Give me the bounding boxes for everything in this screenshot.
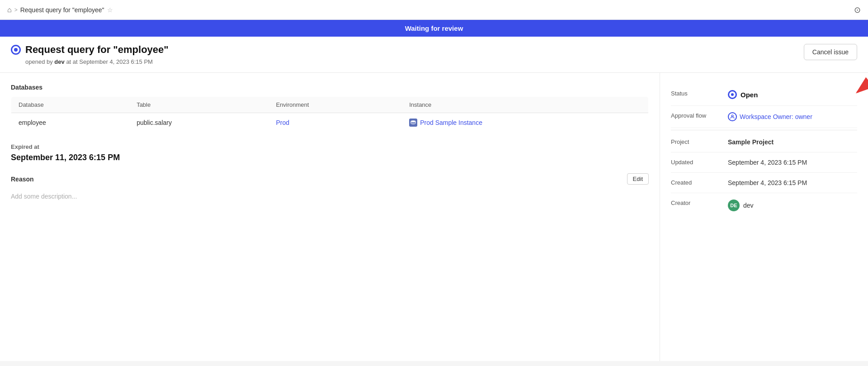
page-title-row: Request query for "employee" <box>11 44 169 56</box>
database-icon <box>409 119 417 127</box>
red-arrow-icon <box>844 72 868 99</box>
status-row: Status Open <box>671 84 857 106</box>
cell-instance: Prod Sample Instance <box>402 113 648 133</box>
approval-label: Approval flow <box>671 112 721 119</box>
avatar: DE <box>728 200 740 211</box>
status-text: Open <box>741 91 758 99</box>
cancel-issue-button[interactable]: Cancel issue <box>804 44 857 60</box>
col-table: Table <box>129 97 269 113</box>
updated-label: Updated <box>671 159 721 166</box>
subtitle-user: dev <box>54 58 64 65</box>
expired-section: Expired at September 11, 2023 6:15 PM <box>11 143 649 162</box>
databases-section-title: Databases <box>11 84 649 91</box>
main-content: Databases Database Table Environment Ins… <box>0 73 868 361</box>
expired-label: Expired at <box>11 143 649 150</box>
instance-link[interactable]: Prod Sample Instance <box>409 119 641 127</box>
col-database: Database <box>11 97 130 113</box>
table-row: employee public.salary Prod <box>11 113 649 133</box>
created-row: Created September 4, 2023 6:15 PM <box>671 173 857 193</box>
approval-row: Approval flow Workspace Owner: owner <box>671 106 857 128</box>
left-panel: Databases Database Table Environment Ins… <box>0 73 660 361</box>
created-label: Created <box>671 179 721 186</box>
col-instance: Instance <box>402 97 648 113</box>
databases-table: Database Table Environment Instance empl… <box>11 96 649 133</box>
star-icon[interactable]: ☆ <box>107 6 113 14</box>
reason-section: Reason Edit Add some description... <box>11 173 649 204</box>
updated-row: Updated September 4, 2023 6:15 PM <box>671 152 857 173</box>
environment-link[interactable]: Prod <box>276 119 289 126</box>
approval-flow-link[interactable]: Workspace Owner: owner <box>728 112 812 121</box>
svg-point-2 <box>731 115 733 117</box>
subtitle-prefix: opened by <box>25 58 53 65</box>
help-icon[interactable]: ⊙ <box>854 5 861 15</box>
banner-text: Waiting for review <box>405 24 463 32</box>
status-open: Open <box>728 90 758 99</box>
top-nav: ⌂ > Request query for "employee" ☆ ⊙ <box>0 0 868 20</box>
creator-row: Creator DE dev <box>671 193 857 218</box>
creator-name: dev <box>743 202 754 209</box>
page-header: Request query for "employee" opened by d… <box>0 37 868 73</box>
breadcrumb: ⌂ > Request query for "employee" ☆ <box>7 6 113 14</box>
page-title: Request query for "employee" <box>25 44 169 56</box>
page-subtitle: opened by dev at at September 4, 2023 6:… <box>25 58 169 65</box>
created-value: September 4, 2023 6:15 PM <box>728 179 857 186</box>
svg-point-0 <box>411 120 416 122</box>
status-value: Open <box>728 90 850 99</box>
creator-label: Creator <box>671 200 721 206</box>
creator-value: DE dev <box>728 200 857 211</box>
approval-icon <box>728 112 737 121</box>
page-header-info: Request query for "employee" opened by d… <box>11 44 169 65</box>
instance-name: Prod Sample Instance <box>420 119 482 126</box>
approval-flow-text: Workspace Owner: owner <box>740 113 812 120</box>
project-label: Project <box>671 138 721 145</box>
reason-header: Reason Edit <box>11 173 649 185</box>
status-circle-icon <box>728 90 737 99</box>
status-label: Status <box>671 90 721 97</box>
expired-date: September 11, 2023 6:15 PM <box>11 153 649 162</box>
status-banner: Waiting for review <box>0 20 868 37</box>
updated-value: September 4, 2023 6:15 PM <box>728 159 857 166</box>
subtitle-date: at September 4, 2023 6:15 PM <box>73 58 153 65</box>
right-panel: Status Open <box>660 73 868 361</box>
breadcrumb-separator: > <box>14 7 18 13</box>
edit-reason-button[interactable]: Edit <box>627 173 649 185</box>
divider <box>671 130 857 130</box>
subtitle-at: at <box>66 58 72 65</box>
col-environment: Environment <box>269 97 402 113</box>
approval-value: Workspace Owner: owner <box>728 112 857 121</box>
cell-database: employee <box>11 113 130 133</box>
reason-label: Reason <box>11 176 34 183</box>
open-status-indicator <box>11 45 21 55</box>
project-row: Project Sample Project <box>671 132 857 152</box>
cell-environment: Prod <box>269 113 402 133</box>
project-value: Sample Project <box>728 138 857 146</box>
cell-table: public.salary <box>129 113 269 133</box>
breadcrumb-title: Request query for "employee" <box>20 6 104 14</box>
home-icon[interactable]: ⌂ <box>7 6 12 14</box>
reason-placeholder: Add some description... <box>11 189 649 204</box>
